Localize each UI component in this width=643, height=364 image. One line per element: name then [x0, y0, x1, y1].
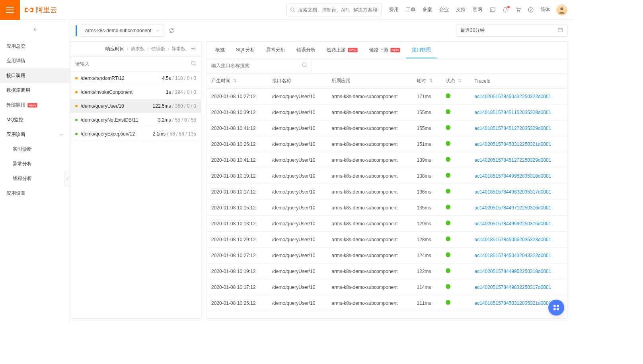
nav-link-beian[interactable]: 备案: [423, 6, 432, 13]
metric-errors[interactable]: 错误数: [151, 46, 166, 52]
cell-cost: 139ms: [412, 152, 441, 168]
help-icon[interactable]: [528, 7, 534, 13]
cell-time: 2020-01-08 10:15:12: [207, 200, 267, 216]
sidebar-back[interactable]: [0, 20, 70, 39]
cell-api: /demo/queryUser/10: [267, 105, 327, 120]
cell-app: arms-k8s-demo-subcomponent: [327, 152, 412, 168]
status-ok-icon: [446, 189, 450, 194]
nav-link-ticket[interactable]: 工单: [406, 6, 415, 13]
cell-api: /demo/queryUser/10: [267, 136, 327, 152]
cell-status: [441, 120, 470, 136]
metric-rt[interactable]: 响应时间: [105, 46, 125, 52]
lang-switch[interactable]: 简体: [540, 6, 550, 13]
nav-link-support[interactable]: 支持: [456, 6, 466, 13]
trace-link[interactable]: ac1401851578451152035328d0001: [475, 110, 551, 115]
sidebar-item-6[interactable]: 应用诊断: [0, 127, 70, 142]
api-name: /demo/queryNotExistDB/11: [81, 117, 155, 123]
svg-rect-7: [558, 28, 563, 32]
cell-trace: ac1401851578450432043322d0001: [470, 248, 567, 263]
brand-logo[interactable]: 阿里云: [25, 5, 57, 15]
cell-time: 2020-01-08 10:17:12: [207, 279, 267, 295]
sidebar-item-8[interactable]: 异常分析: [0, 157, 70, 171]
timerange-picker[interactable]: 最近30分钟: [456, 25, 567, 37]
sidebar-item-4[interactable]: 外部调用NEW: [0, 98, 70, 112]
col-header-0[interactable]: 产生时间 ⇅: [207, 74, 267, 89]
tab-5[interactable]: 链路下游NEW: [364, 42, 406, 58]
cell-api: /demo/queryUser/10: [267, 263, 327, 279]
trace-link[interactable]: ac1401851578451272035329d0001: [475, 126, 551, 131]
sidebar-item-label: 应用诊断: [6, 131, 25, 138]
list-settings-icon[interactable]: [191, 46, 196, 52]
notification-icon[interactable]: [502, 7, 509, 13]
api-item[interactable]: /demo/invokeConponent1s / 294 / 0 / 0: [70, 85, 201, 99]
snapshot-search-input[interactable]: [207, 58, 312, 73]
trace-link[interactable]: ac1401851578449952035318d0001: [475, 173, 551, 179]
trace-link[interactable]: ac1402051578449712250316d0001: [475, 205, 551, 211]
global-search[interactable]: [286, 4, 382, 16]
trace-link[interactable]: ac1402051578449952250318d0001: [475, 269, 551, 274]
api-item[interactable]: /demo/queryException/122.1ms / 58 / 58 /…: [70, 127, 201, 141]
app-selector[interactable]: arms-k8s-demo-subcomponent: [81, 25, 164, 37]
tab-1[interactable]: SQL分析: [230, 42, 261, 58]
api-name: /demo/randomRT/12: [81, 76, 159, 81]
sidebar-item-3[interactable]: 数据库调用: [0, 83, 70, 98]
cell-status: [441, 248, 470, 263]
trace-link[interactable]: ac1401851578449832035317d0001: [475, 189, 551, 195]
cell-time: 2020-01-08 10:19:12: [207, 168, 267, 184]
sidebar-item-2[interactable]: 接口调用: [0, 68, 70, 83]
trace-link[interactable]: ac1402051578450312250321d0001: [475, 141, 551, 147]
nav-link-enterprise[interactable]: 企业: [439, 6, 449, 13]
api-item[interactable]: /demo/queryUser/10122.5ms / 350 / 0 / 0: [70, 99, 201, 113]
nav-link-fee[interactable]: 费用: [389, 6, 399, 13]
cell-status: [441, 136, 470, 152]
status-dot-icon: [75, 91, 78, 93]
status-ok-icon: [446, 157, 450, 162]
api-list-panel: 响应时间 / 请求数 / 错误数 / 异常数 /demo/randomRT/12…: [70, 41, 201, 319]
metric-exceptions[interactable]: 异常数: [171, 46, 186, 52]
cart-icon[interactable]: [515, 7, 521, 13]
snapshot-table: 产生时间 ⇅接口名称所属应用耗时 ⇅状态 ⇅TraceId 2020-01-08…: [207, 74, 567, 311]
trace-link[interactable]: ac1402051578449592250315d0001: [475, 221, 551, 227]
trace-link[interactable]: ac1401851578450432043322d0001: [475, 253, 551, 258]
floating-apps-button[interactable]: [548, 300, 564, 316]
cell-cost: 124ms: [412, 248, 441, 263]
api-item[interactable]: /demo/randomRT/124.5s / 118 / 0 / 0: [70, 72, 201, 85]
trace-link[interactable]: ac1401851578450552035323d0001: [475, 237, 551, 242]
api-item[interactable]: /demo/queryNotExistDB/113.2ms / 58 / 0 /…: [70, 113, 201, 127]
trace-link[interactable]: ac1402051578451272250329d0001: [475, 157, 551, 163]
cell-time: 2020-01-08 10:13:12: [207, 216, 267, 232]
sidebar-item-1[interactable]: 应用详情: [0, 54, 70, 68]
sort-icon: ⇅: [233, 78, 237, 83]
user-avatar[interactable]: [556, 4, 567, 15]
metric-requests[interactable]: 请求数: [131, 46, 145, 52]
tab-2[interactable]: 异常分析: [261, 42, 291, 58]
tab-0[interactable]: 概览: [210, 42, 230, 58]
nav-link-website[interactable]: 官网: [473, 6, 482, 13]
trace-link[interactable]: ac1401851578450312035321d0001: [475, 300, 551, 306]
sidebar-item-label: MQ监控: [6, 116, 23, 123]
col-header-3[interactable]: 耗时 ⇅: [412, 74, 441, 89]
trace-link[interactable]: ac1402051578450432250322d0001: [475, 94, 551, 99]
tab-4[interactable]: 链路上游NEW: [321, 42, 364, 58]
sidebar-collapse-handle[interactable]: [64, 171, 70, 187]
console-icon[interactable]: [489, 7, 496, 13]
status-ok-icon: [446, 252, 450, 257]
sidebar-item-7[interactable]: 实时诊断: [0, 142, 70, 157]
tab-3[interactable]: 错误分析: [291, 42, 321, 58]
sidebar-item-9[interactable]: 线程分析: [0, 171, 70, 186]
sidebar-item-0[interactable]: 应用总览: [0, 39, 70, 54]
sidebar-item-5[interactable]: MQ监控: [0, 112, 70, 127]
snapshot-table-wrap[interactable]: 产生时间 ⇅接口名称所属应用耗时 ⇅状态 ⇅TraceId 2020-01-08…: [207, 74, 567, 318]
global-search-input[interactable]: [298, 7, 378, 13]
api-search: [70, 57, 201, 72]
refresh-button[interactable]: [168, 27, 175, 34]
sidebar-item-10[interactable]: 应用设置: [0, 186, 70, 201]
col-header-4[interactable]: 状态 ⇅: [441, 74, 470, 89]
menu-toggle[interactable]: [0, 0, 20, 20]
tab-6[interactable]: 接口快照: [406, 42, 436, 58]
cell-status: [441, 200, 470, 216]
cell-status: [441, 105, 470, 120]
api-search-input[interactable]: [70, 57, 201, 71]
trace-link[interactable]: ac1402051578449832250317d0001: [475, 285, 551, 290]
search-icon: [191, 60, 197, 67]
